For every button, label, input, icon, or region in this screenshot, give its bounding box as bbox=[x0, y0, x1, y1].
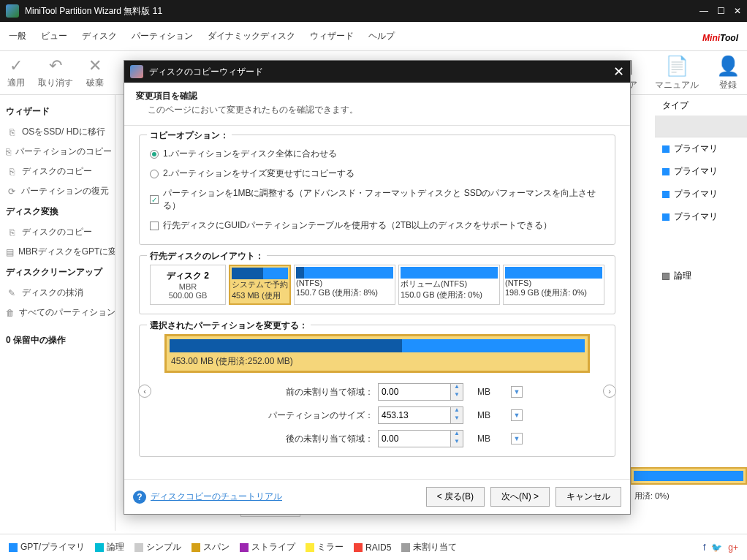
back-button[interactable]: < 戻る(B) bbox=[426, 487, 485, 507]
unit-dropdown[interactable]: ▼ bbox=[511, 386, 523, 398]
register-button[interactable]: 👤登録 bbox=[716, 55, 740, 91]
scroll-right-button[interactable]: › bbox=[603, 385, 616, 398]
type-row-primary[interactable]: プライマリ bbox=[655, 160, 747, 183]
type-row-primary[interactable]: プライマリ bbox=[655, 137, 747, 160]
unit-mb: MB bbox=[477, 410, 507, 420]
sidebar-item-wipe-disk[interactable]: ✎ディスクの抹消 bbox=[3, 283, 112, 303]
menu-help[interactable]: ヘルプ bbox=[368, 30, 395, 42]
primary-square-icon bbox=[662, 191, 670, 198]
migrate-icon: ⎘ bbox=[6, 127, 18, 137]
legend-mirror: ミラー bbox=[306, 541, 344, 553]
type-row-primary[interactable]: プライマリ bbox=[655, 183, 747, 205]
menu-view[interactable]: ビュー bbox=[41, 30, 67, 42]
apply-button[interactable]: ✓適用 bbox=[7, 56, 25, 89]
sidebar-item-copy-disk2[interactable]: ⎘ディスクのコピー bbox=[3, 222, 112, 242]
label-before: 前の未割り当て領域： bbox=[227, 386, 374, 398]
legend-gpt: GPT/プライマリ bbox=[9, 541, 85, 553]
twitter-icon[interactable]: 🐦 bbox=[711, 542, 722, 553]
legend-stripe: ストライプ bbox=[240, 541, 295, 553]
menu-wizard[interactable]: ウィザード bbox=[310, 30, 354, 42]
convert-icon: ▤ bbox=[6, 247, 14, 257]
dialog-close-button[interactable]: ✕ bbox=[613, 64, 624, 80]
cancel-button[interactable]: キャンセル bbox=[555, 487, 621, 507]
pending-ops: 0 保留中の操作 bbox=[3, 330, 112, 351]
unit-dropdown[interactable]: ▼ bbox=[511, 433, 523, 444]
disk-size: 500.00 GB bbox=[153, 291, 222, 300]
menubar: 一般 ビュー ディスク パーティション ダイナミックディスク ウィザード ヘルプ… bbox=[0, 22, 747, 51]
check-icon: ✓ bbox=[10, 56, 23, 75]
spin-down-icon[interactable]: ▼ bbox=[451, 439, 463, 447]
disk-info-box: ディスク 2 MBR 500.00 GB bbox=[150, 265, 226, 305]
dialog-heading: 変更項目を確認 bbox=[136, 90, 618, 102]
close-button[interactable]: ✕ bbox=[734, 6, 741, 16]
app-icon bbox=[6, 4, 19, 18]
copy-disk-wizard-dialog: ディスクのコピーウィザード ✕ 変更項目を確認 このページにおいて変更されたもの… bbox=[124, 60, 631, 515]
scroll-left-button[interactable]: ‹ bbox=[138, 385, 151, 398]
facebook-icon[interactable]: f bbox=[703, 542, 705, 553]
option-no-resize[interactable]: 2.パーティションをサイズ変更せずにコピーする bbox=[150, 164, 604, 183]
manual-button[interactable]: 📄マニュアル bbox=[655, 55, 699, 91]
partition-box-system[interactable]: システムで予約 453 MB (使用 bbox=[229, 265, 291, 305]
gplus-icon[interactable]: g+ bbox=[728, 542, 738, 553]
label-after: 後の未割り当て領域： bbox=[227, 433, 374, 445]
selected-partition-text: 453.00 MB (使用済:252.00 MB) bbox=[170, 352, 585, 368]
help-icon[interactable]: ? bbox=[133, 491, 146, 504]
label-size: パーティションのサイズ： bbox=[227, 409, 374, 422]
dialog-title: ディスクのコピーウィザード bbox=[149, 66, 263, 78]
input-size[interactable]: ▲▼ bbox=[378, 406, 473, 424]
dialog-subheading: このページにおいて変更されたものを確認できます。 bbox=[136, 104, 618, 116]
unit-mb: MB bbox=[477, 387, 507, 397]
maximize-button[interactable]: ☐ bbox=[717, 6, 725, 16]
minimize-button[interactable]: — bbox=[699, 6, 708, 16]
partition-box-volume[interactable]: ボリューム(NTFS) 150.0 GB (使用済: 0%) bbox=[398, 265, 500, 305]
undo-icon: ↶ bbox=[49, 56, 62, 75]
column-type: タイプ bbox=[655, 95, 747, 117]
checkbox-icon: ✓ bbox=[150, 195, 159, 204]
trash-icon: 🗑 bbox=[6, 308, 15, 318]
sidebar-item-recover-partition[interactable]: ⟳パーティションの復元 bbox=[3, 181, 112, 201]
tutorial-link[interactable]: ディスクコピーのチュートリアル bbox=[151, 491, 282, 503]
sidebar-item-migrate-os[interactable]: ⎘OSをSSD/ HDに移行 bbox=[3, 122, 112, 142]
menu-disk[interactable]: ディスク bbox=[82, 30, 117, 42]
window-title: MiniTool Partition Wizard 無料版 11 bbox=[25, 5, 699, 18]
disk-bar-selected[interactable] bbox=[630, 467, 747, 485]
spin-down-icon[interactable]: ▼ bbox=[451, 415, 463, 423]
option-fit-disk[interactable]: 1.パーティションをディスク全体に合わせる bbox=[150, 144, 604, 164]
spin-down-icon[interactable]: ▼ bbox=[451, 392, 463, 400]
check-align-1mb[interactable]: ✓パーティションを1MBに調整する（アドバンスド・フォーマットディスクと SSD… bbox=[150, 183, 604, 216]
type-row-primary[interactable]: プライマリ bbox=[655, 205, 747, 228]
undo-button[interactable]: ↶取り消す bbox=[38, 56, 73, 89]
partition-box-ntfs2[interactable]: (NTFS) 198.9 GB (使用済: 0%) bbox=[503, 265, 604, 305]
unit-mb: MB bbox=[477, 434, 507, 444]
sidebar-item-copy-disk[interactable]: ⎘ディスクのコピー bbox=[3, 162, 112, 181]
sidebar-sec-cleanup: ディスククリーンアップ bbox=[3, 262, 112, 283]
sidebar-item-mbr-gpt[interactable]: ▤MBRディスクをGPTに変 bbox=[3, 242, 112, 262]
sidebar-item-delete-all[interactable]: 🗑すべてのパーティションの bbox=[3, 303, 112, 322]
partition-type-list: プライマリ プライマリ プライマリ プライマリ 論理 bbox=[655, 116, 747, 287]
next-button[interactable]: 次へ(N) > bbox=[490, 487, 550, 507]
logical-square-icon bbox=[662, 273, 670, 280]
check-use-guid[interactable]: 行先ディスクにGUIDパーティションテーブルを使用する（2TB以上のディスクをサ… bbox=[150, 216, 604, 235]
discard-button[interactable]: ✕破棄 bbox=[86, 56, 104, 89]
input-after[interactable]: ▲▼ bbox=[378, 430, 473, 447]
selected-partition-bar[interactable]: 453.00 MB (使用済:252.00 MB) bbox=[164, 334, 590, 373]
legend-simple: シンプル bbox=[134, 541, 181, 553]
input-before[interactable]: ▲▼ bbox=[378, 383, 473, 401]
copy-icon: ⎘ bbox=[6, 147, 11, 157]
type-row-logical[interactable]: 論理 bbox=[655, 265, 747, 287]
social-links: f 🐦 g+ bbox=[703, 542, 738, 553]
menu-dynamic[interactable]: ダイナミックディスク bbox=[208, 30, 295, 42]
legend-span: スパン bbox=[192, 541, 230, 553]
unit-dropdown[interactable]: ▼ bbox=[511, 409, 523, 421]
selected-partition-label: 選択されたパーティションを変更する： bbox=[147, 319, 311, 332]
sidebar-item-copy-partition[interactable]: ⎘パーティションのコピー bbox=[3, 142, 112, 162]
radio-icon bbox=[150, 150, 159, 159]
disk-bar-used: 用済: 0%) bbox=[630, 489, 747, 503]
type-row-gap bbox=[655, 116, 747, 137]
menu-general[interactable]: 一般 bbox=[9, 30, 26, 42]
partition-box-ntfs1[interactable]: (NTFS) 150.7 GB (使用済: 8%) bbox=[294, 265, 395, 305]
primary-square-icon bbox=[662, 145, 670, 153]
legend-unalloc: 未割り当て bbox=[401, 541, 457, 553]
menu-partition[interactable]: パーティション bbox=[132, 30, 193, 42]
primary-square-icon bbox=[662, 213, 670, 221]
